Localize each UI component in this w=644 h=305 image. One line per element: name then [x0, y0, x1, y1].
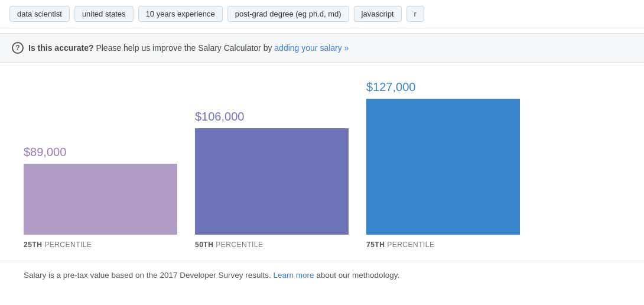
- percentile-n-p25: 25TH: [24, 241, 42, 249]
- tag-10-years-experience[interactable]: 10 years experience: [138, 6, 223, 22]
- percentile-label-p25: 25TH PERCENTILE: [24, 241, 92, 249]
- info-bar: ? Is this accurate? Please help us impro…: [0, 33, 644, 63]
- footer-note: Salary is a pre-tax value based on the 2…: [0, 261, 644, 289]
- bar-value-p75: $127,000: [366, 80, 415, 94]
- tags-bar: data scientistunited states10 years expe…: [0, 0, 644, 28]
- percentile-n-p50: 50TH: [195, 241, 213, 249]
- question-icon: ?: [12, 42, 24, 54]
- bar-value-p25: $89,000: [24, 145, 66, 159]
- footer-suffix: about our methodology.: [316, 271, 399, 280]
- percentile-label-p75: 75TH PERCENTILE: [366, 241, 435, 249]
- tag-united-states[interactable]: united states: [74, 6, 134, 22]
- is-accurate-label: Is this accurate?: [28, 43, 94, 53]
- learn-more-link[interactable]: Learn more: [273, 271, 314, 280]
- bar-group-p25: $89,00025TH PERCENTILE: [24, 145, 177, 249]
- tag-data-scientist[interactable]: data scientist: [9, 6, 70, 22]
- info-text: Is this accurate? Please help us improve…: [28, 43, 349, 53]
- percentile-text-p50: PERCENTILE: [213, 241, 263, 249]
- percentile-n-p75: 75TH: [366, 241, 385, 249]
- percentile-text-p75: PERCENTILE: [385, 241, 434, 249]
- add-salary-link[interactable]: adding your salary »: [274, 43, 349, 53]
- percentile-text-p25: PERCENTILE: [42, 241, 92, 249]
- percentile-label-p50: 50TH PERCENTILE: [195, 241, 264, 249]
- bar-rect-p75: [366, 99, 520, 235]
- bar-rect-p25: [24, 164, 177, 235]
- tag-javascript[interactable]: javascript: [354, 6, 402, 22]
- bar-group-p75: $127,00075TH PERCENTILE: [366, 80, 520, 249]
- bar-group-p50: $106,00050TH PERCENTILE: [195, 110, 349, 249]
- chart-area: $89,00025TH PERCENTILE$106,00050TH PERCE…: [0, 63, 644, 261]
- tag-post-grad-degree[interactable]: post-grad degree (eg ph.d, md): [227, 6, 349, 22]
- bar-rect-p50: [195, 128, 349, 235]
- tag-r[interactable]: r: [406, 6, 424, 22]
- info-middle-text: Please help us improve the Salary Calcul…: [96, 43, 274, 53]
- footer-prefix: Salary is a pre-tax value based on the 2…: [24, 271, 273, 280]
- bar-value-p50: $106,000: [195, 110, 244, 124]
